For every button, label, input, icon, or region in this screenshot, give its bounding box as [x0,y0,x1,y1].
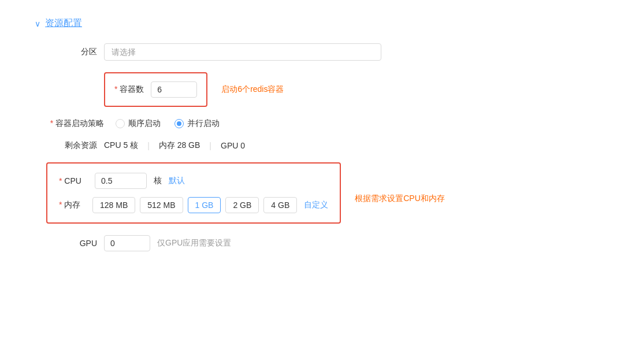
radio-circle-sequential [116,119,125,128]
partition-select[interactable]: 请选择 [104,43,381,61]
section-header: ∨ 资源配置 [35,17,589,29]
radio-sequential[interactable]: 顺序启动 [116,118,161,129]
memory-btn-1gb[interactable]: 1 GB [188,197,221,213]
strategy-row: * 容器启动策略 顺序启动 并行启动 [35,118,589,129]
cpu-memory-wrapper: * CPU 核 默认 * 内存 128 MB 512 MB 1 GB 2 GB … [35,162,589,235]
cpu-default-link[interactable]: 默认 [169,176,185,186]
radio-parallel[interactable]: 并行启动 [174,118,220,129]
partition-label: 分区 [46,47,104,57]
remaining-resources-label: 剩余资源 [46,140,104,151]
cpu-input[interactable] [95,173,147,189]
partition-row: 分区 请选择 [35,43,589,61]
radio-circle-parallel [174,119,184,128]
chevron-icon[interactable]: ∨ [35,19,40,28]
container-count-box: * 容器数 [104,72,207,107]
memory-btn-128mb[interactable]: 128 MB [92,197,135,213]
cpu-memory-hint: 根据需求设置CPU和内存 [355,194,445,204]
divider-1: | [147,141,150,150]
container-count-label: * 容器数 [114,84,144,95]
remaining-gpu: GPU 0 [221,141,245,150]
radio-label-sequential: 顺序启动 [128,118,161,129]
remaining-resources-row: 剩余资源 CPU 5 核 | 内存 28 GB | GPU 0 [35,140,589,151]
gpu-input[interactable] [104,235,150,251]
memory-btn-2gb[interactable]: 2 GB [225,197,259,213]
cpu-memory-box: * CPU 核 默认 * 内存 128 MB 512 MB 1 GB 2 GB … [46,162,341,224]
container-count-input[interactable] [151,81,197,98]
radio-label-parallel: 并行启动 [187,118,220,129]
memory-custom-link[interactable]: 自定义 [304,200,328,210]
memory-btn-512mb[interactable]: 512 MB [140,197,183,213]
strategy-label: * 容器启动策略 [46,118,104,129]
memory-label: * 内存 [59,200,88,210]
container-count-hint: 启动6个redis容器 [221,84,284,95]
strategy-radio-group: 顺序启动 并行启动 [116,118,220,129]
cpu-row: * CPU 核 默认 [59,173,328,189]
memory-btn-4gb[interactable]: 4 GB [263,197,297,213]
gpu-label: GPU [46,239,104,248]
container-count-row: * 容器数 启动6个redis容器 [35,72,589,107]
memory-row: * 内存 128 MB 512 MB 1 GB 2 GB 4 GB 自定义 [59,197,328,213]
radio-inner-parallel [177,121,181,126]
divider-2: | [209,141,211,150]
gpu-hint: 仅GPU应用需要设置 [157,238,231,248]
page-container: ∨ 资源配置 分区 请选择 * 容器数 启动6个redis容器 * 容器启动策略… [0,0,624,280]
section-title[interactable]: 资源配置 [45,17,82,29]
remaining-cpu: CPU 5 核 [104,140,138,151]
cpu-unit: 核 [154,176,162,186]
remaining-resources-values: CPU 5 核 | 内存 28 GB | GPU 0 [104,140,245,151]
remaining-memory: 内存 28 GB [159,140,200,151]
gpu-row: GPU 仅GPU应用需要设置 [35,235,589,251]
cpu-label: * CPU [59,176,88,185]
